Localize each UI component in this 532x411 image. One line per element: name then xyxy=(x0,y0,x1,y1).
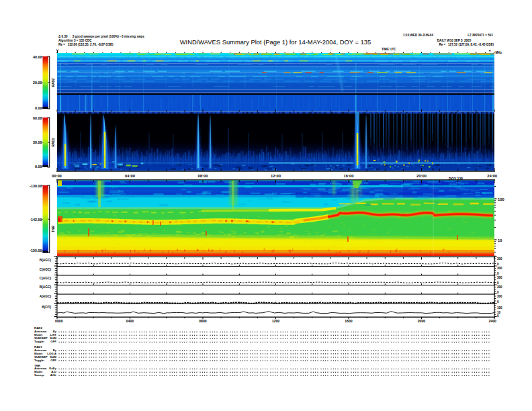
svg-text:0400: 0400 xyxy=(126,319,134,323)
svg-text:-142.50: -142.50 xyxy=(30,218,42,222)
svg-text:Toggle:: Toggle: xyxy=(34,340,45,343)
svg-text:B(AGC): B(AGC) xyxy=(40,259,52,262)
svg-text:Toggle:: Toggle: xyxy=(34,359,45,362)
svg-text:24:00: 24:00 xyxy=(487,174,497,178)
svg-text:04:00: 04:00 xyxy=(125,174,135,178)
svg-text:300: 300 xyxy=(497,285,502,289)
svg-text:Re = 127.52 (127.09, 8.42, -: Re = 127.52 (127.09, 8.42, -8.45 GSE) xyxy=(439,43,494,46)
svg-text:0: 0 xyxy=(497,272,499,275)
svg-text:-155.00: -155.00 xyxy=(30,248,42,253)
svg-text:1200: 1200 xyxy=(272,319,280,323)
svg-text:C(AGC): C(AGC) xyxy=(40,268,52,271)
svg-text:30.00: 30.00 xyxy=(33,140,42,144)
svg-text:-130.00: -130.00 xyxy=(30,184,42,188)
svg-text:Sweep:: Sweep: xyxy=(34,373,45,377)
svg-text:TIME UTC: TIME UTC xyxy=(382,48,396,51)
svg-text:20:00: 20:00 xyxy=(416,174,427,178)
svg-text:WIND/WAVES Summary Plot (Page: WIND/WAVES Summary Plot (Page 1) for 14-… xyxy=(180,38,371,46)
svg-text:0: 0 xyxy=(497,291,499,294)
svg-text:0.00: 0.00 xyxy=(35,106,42,110)
svg-text:60.00: 60.00 xyxy=(33,116,42,120)
svg-text:0: 0 xyxy=(497,314,499,318)
svg-text:B(AGC): B(AGC) xyxy=(40,285,52,289)
svg-text:1:10 WED 30-JUN-04: 1:10 WED 30-JUN-04 xyxy=(403,34,433,37)
svg-text:00:00: 00:00 xyxy=(52,174,62,178)
svg-text:08:00: 08:00 xyxy=(198,174,208,178)
svg-text:Re = 132.86 (132.35, 2.76, -: Re = 132.86 (132.35, 2.76, -8.87 GSE) xyxy=(58,43,114,46)
svg-text:C(AGC): C(AGC) xyxy=(40,277,52,280)
svg-text:MHz: MHz xyxy=(496,51,502,54)
svg-text:A(AGC): A(AGC) xyxy=(40,295,52,298)
svg-text:0.00: 0.00 xyxy=(35,165,42,169)
svg-text:0: 0 xyxy=(497,263,499,266)
svg-text:300: 300 xyxy=(497,267,502,270)
svg-text:16:00: 16:00 xyxy=(344,174,354,178)
svg-text:0000: 0000 xyxy=(55,319,63,323)
svg-text:RAD2: RAD2 xyxy=(52,78,55,87)
svg-text:LZ 8870071 = 501: LZ 8870071 = 501 xyxy=(468,34,493,37)
svg-text:10: 10 xyxy=(498,238,502,242)
svg-text:RAD1: RAD1 xyxy=(52,138,55,146)
svg-text:OFF: OFF xyxy=(50,340,56,343)
svg-text:OFF: OFF xyxy=(50,359,56,362)
svg-text:B(FIT): B(FIT) xyxy=(42,306,51,309)
svg-text:300: 300 xyxy=(497,257,502,261)
svg-text:1600: 1600 xyxy=(345,319,353,323)
svg-text:100: 100 xyxy=(497,306,502,310)
svg-text:TNR: TNR xyxy=(52,226,55,232)
svg-text:Δ 0.30 → 3 good sweeps per pix: Δ 0.30 → 3 good sweeps per pixel (100%) … xyxy=(58,35,144,38)
svg-text:0: 0 xyxy=(497,281,499,285)
svg-text:12:00: 12:00 xyxy=(271,174,281,178)
svg-text:2000: 2000 xyxy=(418,319,426,323)
svg-text:0800: 0800 xyxy=(199,319,207,323)
svg-text:300: 300 xyxy=(497,295,502,298)
svg-text:20.00: 20.00 xyxy=(33,81,42,85)
svg-text:DAILY W10 3EP 3_2005: DAILY W10 3EP 3_2005 xyxy=(437,39,472,42)
svg-text:0: 0 xyxy=(497,300,499,304)
svg-text:2400: 2400 xyxy=(488,319,496,323)
svg-text:40.00: 40.00 xyxy=(33,55,42,59)
svg-text:Algorithm 3 = 135 CDC: Algorithm 3 = 135 CDC xyxy=(58,39,92,42)
svg-text:300: 300 xyxy=(497,276,502,279)
svg-text:AGL: AGL xyxy=(50,373,57,377)
svg-text:100: 100 xyxy=(498,197,504,201)
